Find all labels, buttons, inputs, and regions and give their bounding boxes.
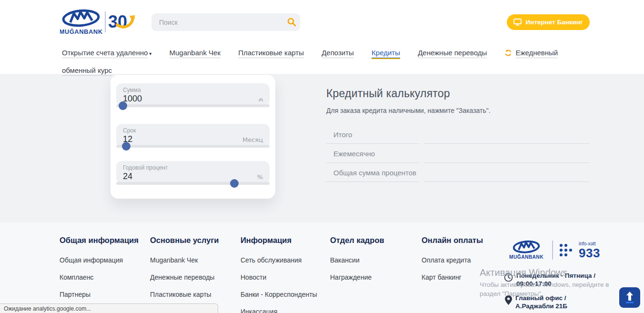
nav-item-deposits[interactable]: Депозиты — [322, 49, 354, 57]
result-row-monthly: Ежемесячно — [326, 144, 589, 163]
footer-link-vacancies[interactable]: Вакансии — [330, 256, 384, 264]
footer-muganbank-logo[interactable]: MUĞANBANK — [506, 240, 546, 261]
term-slider[interactable] — [116, 145, 270, 148]
month-unit: Месяц — [242, 136, 263, 143]
amount-slider-thumb[interactable] — [119, 101, 127, 110]
term-label: Срок — [123, 127, 263, 134]
amount-field: Сумма 1000 ₼ — [116, 83, 270, 106]
muganbank-logo[interactable]: MUĞANBANK 30 — [60, 8, 137, 37]
hours-line1: Понедельник - Пятница / — [516, 272, 595, 279]
footer-link-awards[interactable]: Награждение — [330, 273, 384, 281]
hotline-number: 933 — [579, 246, 600, 260]
result-value-total — [424, 125, 589, 144]
nav-item-plastic-cards[interactable]: Пластиковые карты — [238, 49, 304, 57]
footer-col-online-payments: Онлайн оплаты Оплата кредита Карт банкин… — [422, 236, 483, 291]
page-title: Кредитный калькулятор — [326, 87, 589, 100]
footer-link-collection[interactable]: Инкассация — [241, 308, 317, 313]
status-text: Ожидание analytics.google.com... — [4, 305, 91, 312]
calculator-card: Сумма 1000 ₼ Срок 12 Месяц Годовой проце… — [111, 75, 275, 199]
rate-field: Годовой процент 24 % — [116, 161, 270, 184]
location-pin-icon — [505, 295, 512, 305]
footer-link-compliance[interactable]: Комплаенс — [60, 273, 139, 281]
footer-link-plastic-cards[interactable]: Пластиковые карты — [150, 291, 219, 298]
footer-link-muganbank-chek[interactable]: Muganbank Чек — [150, 256, 219, 264]
nav-item-account-opening[interactable]: Открытие счета удаленно▾ — [62, 49, 151, 57]
rate-slider-thumb[interactable] — [230, 179, 239, 188]
internet-banking-button[interactable]: Интернет Банкинг — [507, 14, 590, 30]
footer-logo-wordmark: MUĞANBANK — [509, 254, 543, 260]
nav-item-money-transfers[interactable]: Денежные переводы — [418, 49, 487, 57]
rate-slider[interactable] — [116, 182, 270, 185]
result-label-total: Итого — [326, 125, 419, 144]
header: MUĞANBANK 30 Интернет Банкинг Открытие с… — [0, 0, 644, 74]
footer-col-title: Онлайн оплаты — [422, 236, 483, 245]
footer-col-title: Основные услуги — [150, 236, 219, 245]
scroll-to-top-button[interactable] — [619, 287, 640, 308]
nav-item-credits-active[interactable]: Кредиты — [372, 49, 400, 59]
term-field: Срок 12 Месяц — [116, 124, 270, 147]
search-icon[interactable] — [287, 17, 296, 27]
footer-link-money-transfers[interactable]: Денежные переводы — [150, 273, 219, 281]
rate-value[interactable]: 24 — [123, 172, 132, 182]
hours-line2: 09:00-17:00 — [516, 280, 552, 287]
term-slider-thumb[interactable] — [122, 142, 131, 151]
calculator-subtitle: Для заказа кредита наличными, нажмите "З… — [326, 107, 589, 114]
result-row-total: Итого — [326, 125, 589, 144]
hotline-block: info-xətt 933 — [559, 242, 600, 259]
footer-col-title: Общая информация — [60, 236, 139, 245]
chevron-down-icon: ▾ — [149, 46, 151, 62]
arrow-up-icon — [624, 292, 635, 304]
result-value-interest — [424, 163, 589, 182]
footer-brand-block: MUĞANBANK info-xətt 933 — [506, 240, 600, 261]
footer-col-main-services: Основные услуги Muganbank Чек Денежные п… — [150, 236, 219, 313]
footer-col-title: Отдел кадров — [330, 236, 384, 245]
result-row-interest: Общая сумма процентов — [326, 163, 589, 182]
footer-link-correspondent-banks[interactable]: Банки - Корреспонденты — [241, 291, 317, 298]
footer-link-card-banking[interactable]: Карт банкинг — [422, 273, 483, 281]
result-value-monthly — [424, 144, 589, 163]
office-address: Главный офис /А.Раджабли 21Б — [505, 294, 567, 310]
internet-banking-label: Интернет Банкинг — [525, 19, 583, 26]
percent-unit: % — [257, 173, 263, 181]
dots-phone-icon — [559, 243, 575, 257]
footer: Общая информация Общая информация Компла… — [0, 222, 644, 313]
main-nav: Открытие счета удаленно▾ Muganbank Чек П… — [62, 45, 566, 79]
amount-slider[interactable] — [116, 104, 270, 107]
footer-col-title: Информация — [241, 236, 317, 245]
footer-col-information: Информация Сеть обслуживания Новости Бан… — [241, 236, 317, 313]
footer-link-news[interactable]: Новости — [241, 273, 317, 281]
anniversary-30-logo: 30 — [108, 12, 127, 31]
working-hours: Понедельник - Пятница /09:00-17:00 — [504, 272, 595, 288]
office-line1: Главный офис / — [515, 294, 566, 302]
office-line2: А.Раджабли 21Б — [515, 303, 567, 310]
footer-col-general-info: Общая информация Общая информация Компла… — [60, 236, 139, 313]
refresh-icon — [504, 46, 512, 62]
footer-col-hr: Отдел кадров Вакансии Награждение — [330, 236, 384, 291]
clock-icon — [504, 273, 513, 282]
results-table: Итого Ежемесячно Общая сумма процентов — [326, 125, 589, 182]
nav-item-muganbank-chek[interactable]: Muganbank Чек — [170, 49, 221, 57]
amount-label: Сумма — [123, 87, 263, 93]
search-input[interactable] — [151, 13, 300, 31]
logo-wordmark: MUĞANBANK — [60, 28, 103, 35]
result-label-interest: Общая сумма процентов — [326, 163, 419, 182]
credit-calculator-section: Сумма 1000 ₼ Срок 12 Месяц Годовой проце… — [0, 74, 644, 222]
footer-link-general-info[interactable]: Общая информация — [60, 256, 139, 264]
footer-link-credit-payment[interactable]: Оплата кредита — [422, 256, 483, 264]
muganbank-emblem-icon — [63, 9, 99, 27]
rate-label: Годовой процент — [123, 164, 263, 171]
result-label-monthly: Ежемесячно — [326, 144, 419, 163]
browser-status-bubble: Ожидание analytics.google.com... — [0, 303, 218, 313]
footer-link-partners[interactable]: Партнеры — [60, 291, 139, 298]
manat-unit: ₼ — [259, 96, 263, 103]
divider — [552, 241, 553, 260]
monitor-icon — [513, 19, 522, 26]
footer-link-service-network[interactable]: Сеть обслуживания — [241, 256, 317, 264]
